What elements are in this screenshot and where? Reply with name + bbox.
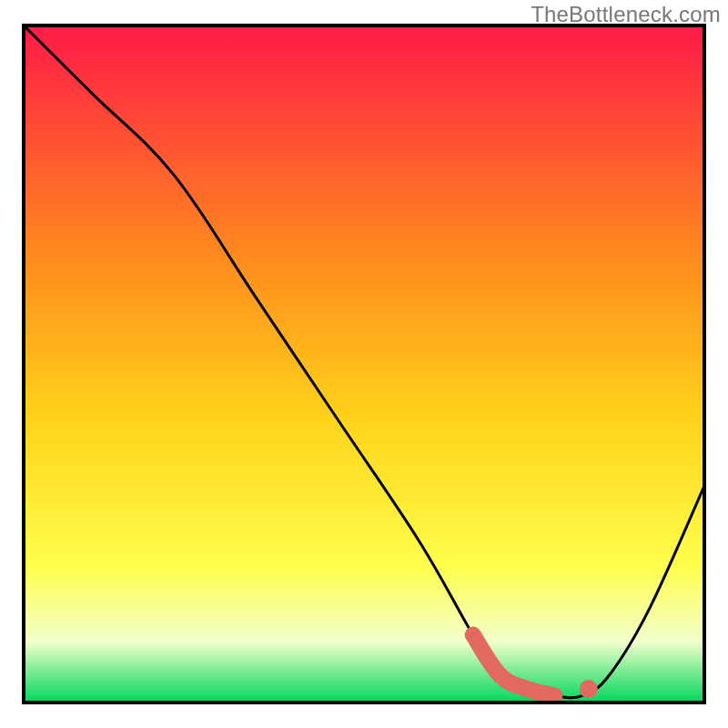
watermark-text: TheBottleneck.com bbox=[531, 2, 721, 27]
plot-area bbox=[24, 25, 704, 703]
optimal-point-marker bbox=[580, 680, 598, 698]
bottleneck-chart bbox=[0, 0, 728, 728]
